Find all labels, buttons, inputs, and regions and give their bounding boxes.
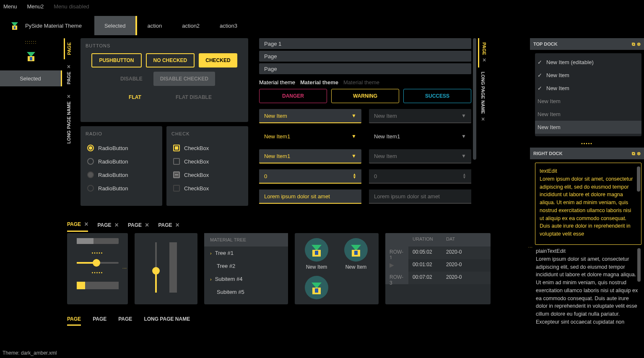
page-button[interactable]: Page [259, 51, 471, 62]
menu-item[interactable]: Menu [3, 3, 17, 10]
radio-panel: RADIO RadioButton RadioButton RadioButto… [80, 126, 162, 206]
chevron-down-icon: ▼ [461, 133, 466, 139]
flat-button[interactable]: FLAT [108, 90, 162, 104]
text-input[interactable]: Lorem ipsum dolor sit amet [259, 189, 361, 204]
list-item[interactable]: New Item [535, 69, 641, 82]
plain-text-edit[interactable]: plainTextEdit Lorem ipsum dolor sit amet… [535, 245, 641, 328]
btab[interactable]: PAGE [67, 314, 81, 326]
page-button[interactable]: Page [259, 63, 471, 74]
item-icon [344, 238, 368, 262]
vtab[interactable]: PAGE [64, 38, 73, 59]
tree-item[interactable]: Tree #2 [204, 259, 288, 272]
radio-icon [87, 171, 94, 178]
htab[interactable]: PAGE× [67, 218, 88, 232]
toolbar: PySide Material Theme Selected action ac… [0, 16, 644, 35]
sliders-panel: ••••• ••••• ⋮ [67, 233, 128, 304]
radio-option[interactable]: RadioButton [86, 155, 157, 168]
checkbox-icon [173, 158, 180, 165]
vtab[interactable]: PAGE× [478, 38, 489, 67]
checked-button[interactable]: CHECKED [199, 53, 237, 67]
grip-dots-icon[interactable]: ⋮ [528, 245, 533, 250]
grip-dots-icon[interactable]: ⋮ [122, 266, 127, 271]
check-option[interactable]: CheckBox [171, 141, 243, 155]
btab[interactable]: PAGE [118, 314, 132, 326]
list-item[interactable]: New Item [300, 238, 333, 270]
list-item[interactable]: New Item [535, 95, 641, 108]
close-icon[interactable]: × [84, 221, 88, 228]
combobox-flat[interactable]: New Item1▼ [369, 129, 471, 143]
float-icon[interactable]: ⧉ [632, 42, 635, 47]
float-icon[interactable]: ⧉ [632, 151, 635, 156]
push-button[interactable]: PUSHBUTTON [91, 53, 141, 67]
vtab[interactable]: LONG PAGE NAME× [64, 89, 74, 148]
chevron-down-icon: ▼ [461, 113, 466, 119]
htab[interactable]: PAGE× [158, 219, 179, 231]
tree-item[interactable]: ›Subitem #4 [204, 272, 288, 285]
btab[interactable]: PAGE [93, 314, 106, 326]
btab[interactable]: LONG PAGE NAME [144, 314, 190, 326]
htab[interactable]: PAGE× [128, 219, 149, 231]
close-icon[interactable]: × [176, 221, 179, 229]
list-item[interactable]: New Item (editable) [535, 56, 641, 69]
combobox-flat[interactable]: New Item1▼ [259, 129, 361, 143]
horizontal-slider[interactable] [77, 262, 119, 264]
close-icon[interactable]: ⊗ [637, 151, 641, 156]
no-checked-button[interactable]: NO CHECKED [146, 53, 195, 67]
table-row[interactable]: ROW-3 00:07:02 2020-0 [385, 272, 491, 284]
htab[interactable]: PAGE× [97, 219, 118, 231]
close-icon[interactable]: × [65, 63, 72, 70]
toolbar-tab[interactable]: action2 [172, 16, 210, 35]
toolbar-tab[interactable]: action3 [210, 16, 247, 35]
list-item[interactable] [300, 276, 333, 299]
check-option: CheckBox [171, 182, 243, 195]
tree-item[interactable]: Subitem #5 [204, 285, 288, 298]
close-icon[interactable]: × [481, 57, 488, 63]
material-labels: Material theme Material theme Material t… [259, 79, 471, 86]
list-item[interactable]: New Item [535, 108, 641, 121]
success-button[interactable]: SUCCESS [403, 89, 471, 103]
label: Material theme [259, 79, 295, 86]
close-icon[interactable]: × [480, 116, 486, 122]
grip-dots-icon[interactable]: :::::: [0, 38, 62, 46]
svg-rect-5 [30, 57, 32, 60]
toolbar-tab[interactable]: action [137, 16, 172, 35]
text-edit[interactable]: textEdit Lorem ipsum dolor sit amet, con… [535, 163, 641, 245]
close-icon[interactable]: × [115, 221, 119, 229]
spin-arrows-icon[interactable]: ▲▼ [353, 173, 356, 179]
vertical-slider[interactable] [155, 242, 157, 293]
spinbox[interactable]: 0▲▼ [259, 169, 361, 184]
list-item[interactable]: New Item [535, 121, 641, 134]
danger-button[interactable]: DANGER [259, 89, 327, 103]
check-option[interactable]: CheckBox [171, 168, 243, 182]
page-button[interactable]: Page 1 [259, 38, 471, 49]
top-dock-header[interactable]: TOP DOCK ⧉⊗ [530, 38, 644, 50]
right-dock-header[interactable]: RIGHT DOCK ⧉⊗ [530, 148, 644, 159]
table-row[interactable]: ▶ 00:01:02 2020-0 [385, 259, 491, 272]
vertical-progress [169, 242, 177, 293]
svg-rect-2 [14, 26, 16, 29]
scrollbar[interactable] [637, 166, 640, 192]
radio-option[interactable]: RadioButton [86, 141, 157, 155]
combobox[interactable]: New Item▼ [259, 109, 361, 123]
scrollbar[interactable] [637, 248, 641, 282]
disable-checked-button: DISABLE CHECKED [153, 72, 215, 86]
combobox[interactable]: New Item1▼ [259, 149, 361, 163]
close-icon[interactable]: × [145, 221, 149, 229]
close-icon[interactable]: ⊗ [637, 42, 641, 47]
toolbar-tab-selected[interactable]: Selected [94, 16, 138, 35]
table-row[interactable]: ROW-1 00:05:02 2020-0 [385, 246, 491, 259]
sidebar-logo-icon [0, 46, 62, 70]
menu-item[interactable]: Menu2 [27, 3, 44, 10]
vtab[interactable]: PAGE× [64, 59, 74, 88]
sidebar-item-selected[interactable]: Selected [0, 70, 62, 86]
list-item[interactable]: New Item [535, 82, 641, 95]
warning-button[interactable]: WARNING [331, 89, 399, 103]
close-icon[interactable]: × [65, 93, 72, 100]
check-option[interactable]: CheckBox [171, 155, 243, 168]
vtab[interactable]: LONG PAGE NAME× [478, 67, 488, 127]
grip-dots-icon[interactable]: ••••• [530, 140, 644, 148]
scrollbar[interactable] [473, 38, 476, 160]
tree-item[interactable]: ›Tree #1 [204, 246, 288, 259]
combobox-disabled: New Item▼ [369, 109, 471, 123]
list-item[interactable]: New Item [339, 238, 373, 270]
